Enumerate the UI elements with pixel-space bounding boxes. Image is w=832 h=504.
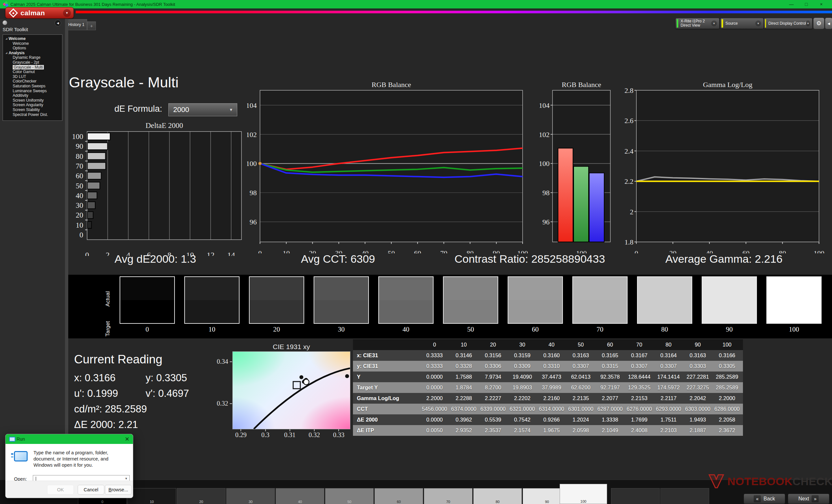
sidebar-item-color-gamut[interactable]: Color Gamut — [3, 69, 62, 74]
new-tab-label: + — [90, 23, 93, 29]
table-row-label: ΔE ITP — [353, 427, 420, 433]
sidebar-item-grayscale-multi[interactable]: Grayscale - Multi — [3, 65, 62, 70]
de-formula-dropdown[interactable]: 2000 ▼ — [168, 103, 237, 116]
sidebar-item-label: Spectral Power Dist. — [13, 112, 48, 117]
close-button[interactable]: × — [814, 0, 829, 8]
tree-expander-icon: ◢ — [5, 36, 7, 41]
sidebar-item-additivity[interactable]: Additivity — [3, 93, 62, 98]
sidebar-item-analysis[interactable]: ◢Analysis — [3, 51, 62, 56]
svg-text:RGB Balance: RGB Balance — [371, 81, 411, 89]
ok-button[interactable]: OK — [47, 485, 74, 495]
calman-menu-chevron-icon[interactable]: ▼ — [63, 9, 71, 17]
pattern-tile-blank[interactable] — [611, 488, 660, 504]
settings-button[interactable]: ⚙ — [813, 18, 825, 29]
table-cell: 0.3160 — [537, 352, 566, 359]
cie-chart-title: CIE 1931 xy — [232, 343, 350, 351]
tree-expander-icon: ◢ — [5, 51, 7, 56]
sidebar-item-label: Dynamic Range — [13, 55, 40, 60]
run-close-icon[interactable]: ✕ — [121, 434, 133, 444]
swatch-actual-half — [767, 277, 821, 300]
cie-x-tick — [265, 429, 266, 431]
avg-gamma-summary: Average Gamma: 2.216 — [634, 253, 814, 265]
calman-logo-button[interactable]: calman ▼ — [5, 7, 74, 19]
sidebar-item-welcome[interactable]: ◢Welcome — [3, 36, 62, 41]
cie-x-tick — [314, 429, 315, 431]
actual-row-label: Actual — [105, 277, 111, 307]
grayscale-swatch-60 — [508, 276, 563, 324]
table-cell: 0.3146 — [449, 352, 478, 359]
table-cell: 19.8903 — [508, 385, 537, 391]
reading-delta-e: ΔE 2000: 2.21 — [74, 419, 138, 430]
sidebar-item-dynamic-range[interactable]: Dynamic Range — [3, 55, 62, 60]
pattern-tile-70[interactable]: 70 — [424, 488, 472, 504]
table-row-label: y: CIE31 — [353, 363, 420, 369]
table-row-label: ΔE 2000 — [353, 417, 420, 423]
pattern-tile-20[interactable]: 20 — [177, 488, 226, 504]
browse-button[interactable]: Browse... — [105, 485, 132, 495]
back-button[interactable]: « Back — [744, 494, 785, 504]
svg-text:2.2: 2.2 — [625, 177, 634, 186]
combobox-chevron-icon[interactable]: ▾ — [125, 476, 127, 481]
sidebar-item-saturation-sweeps[interactable]: Saturation Sweeps — [3, 84, 62, 89]
pattern-tile-60[interactable]: 60 — [374, 488, 423, 504]
history-tab[interactable]: History 1 — [66, 19, 87, 30]
pattern-tile-30[interactable]: 30 — [226, 488, 275, 504]
minimize-button[interactable]: — — [784, 0, 799, 8]
cie-x-tick-label: 0.31 — [280, 431, 300, 439]
pattern-tile-10[interactable]: 10 — [127, 488, 176, 504]
table-cell: 2.1574 — [508, 427, 537, 433]
sidebar-item-screen-angularity[interactable]: Screen Angularity — [3, 103, 62, 108]
sidebar-item-welcome[interactable]: Welcome — [3, 41, 62, 46]
table-cell: 2.2227 — [478, 395, 508, 401]
swatch-level-label: 0 — [120, 326, 175, 334]
sidebar-item-screen-uniformity[interactable]: Screen Uniformity — [3, 98, 62, 103]
svg-text:40: 40 — [76, 192, 83, 200]
table-column-header: 30 — [508, 342, 537, 348]
collapse-panel-button[interactable]: ◀ — [825, 18, 832, 29]
pattern-tile-40[interactable]: 40 — [276, 488, 324, 504]
sidebar-pin-button[interactable] — [3, 21, 7, 25]
sidebar-item-3d-lut[interactable]: 3D LUT — [3, 74, 62, 79]
run-dialog-titlebar: Run ✕ — [5, 434, 133, 444]
pattern-tile-blank[interactable] — [660, 488, 709, 504]
sidebar-item-label: Screen Stability — [13, 108, 40, 112]
sidebar-item-colorchecker[interactable]: ColorChecker — [3, 79, 62, 84]
pattern-tile-80[interactable]: 80 — [473, 488, 522, 504]
svg-text:98: 98 — [542, 189, 550, 197]
sidebar-item-grayscale-2pt[interactable]: Grayscale - 2pt — [3, 60, 62, 65]
swatch-level-label: 10 — [184, 326, 239, 334]
svg-text:RGB Balance: RGB Balance — [562, 81, 601, 89]
meter-dropdown[interactable]: X-Rite i1Pro 2 Direct View ▼ — [675, 18, 720, 29]
next-button[interactable]: Next » — [788, 494, 829, 504]
table-cell: 0.3307 — [654, 363, 683, 369]
cancel-button[interactable]: Cancel — [78, 485, 104, 495]
table-cell: 6301.0000 — [566, 406, 595, 412]
pattern-tile-100[interactable]: 100 — [560, 484, 607, 504]
display-control-dropdown[interactable]: Direct Display Control ▼ — [764, 18, 812, 29]
swatch-actual-half — [573, 277, 627, 300]
sidebar-collapse-button[interactable]: ◀ — [55, 20, 61, 26]
maximize-button[interactable]: □ — [799, 0, 814, 8]
table-cell: 62.6200 — [566, 385, 595, 391]
new-history-tab-button[interactable]: + — [87, 22, 96, 30]
table-cell: 0.3306 — [478, 363, 508, 369]
pattern-tile-label: 70 — [424, 500, 472, 504]
de-formula-value: 2000 — [173, 106, 189, 114]
reading-luminance: cd/m²: 285.2589 — [74, 403, 147, 415]
svg-text:104: 104 — [247, 101, 257, 109]
sidebar-item-options[interactable]: Options — [3, 46, 62, 51]
table-row-e-itp: ΔE ITP0.00502.93522.35372.15741.96752.05… — [353, 425, 743, 436]
sidebar-item-luminance-sweeps[interactable]: Luminance Sweeps — [3, 89, 62, 93]
pattern-tile-50[interactable]: 50 — [325, 488, 374, 504]
calman-diamond-icon — [9, 8, 18, 17]
grayscale-swatch-90 — [702, 276, 757, 324]
table-cell: 92.3578 — [595, 374, 625, 380]
meter-dropdown-label: X-Rite i1Pro 2 Direct View — [680, 19, 705, 28]
sidebar-item-screen-stability[interactable]: Screen Stability — [3, 108, 62, 112]
grayscale-swatch-70 — [572, 276, 628, 324]
sidebar-item-spectral-power-dist[interactable]: Spectral Power Dist. — [3, 112, 62, 117]
source-dropdown[interactable]: Source ▼ — [720, 18, 764, 29]
table-cell: 0.3163 — [566, 352, 595, 359]
table-row-x-cie31: x: CIE310.33330.31460.31560.31590.31600.… — [353, 350, 743, 361]
table-cell: 0.3165 — [595, 352, 625, 359]
